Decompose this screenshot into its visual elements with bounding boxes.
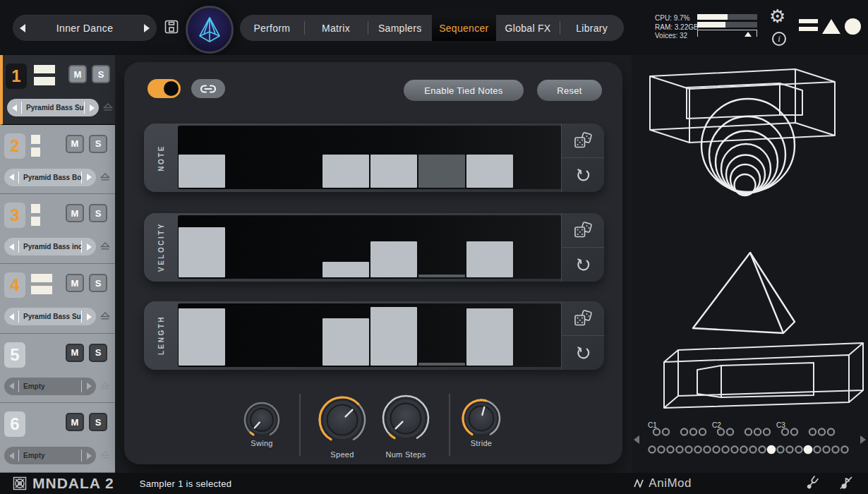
black-key-circle[interactable] bbox=[809, 428, 816, 435]
white-key-circle[interactable] bbox=[704, 446, 710, 452]
white-key-circle[interactable] bbox=[749, 446, 756, 452]
white-key-circle[interactable] bbox=[841, 446, 848, 452]
randomize-button[interactable] bbox=[562, 301, 604, 336]
solo-button[interactable]: S bbox=[89, 274, 107, 292]
tab-library[interactable]: Library bbox=[560, 15, 624, 41]
black-key-circle[interactable] bbox=[754, 428, 761, 435]
slider-marker-icon[interactable] bbox=[745, 32, 752, 37]
step-cell[interactable] bbox=[226, 215, 274, 279]
step-cell[interactable] bbox=[226, 303, 274, 367]
white-key-circle[interactable] bbox=[694, 446, 701, 452]
white-key-circle-active[interactable] bbox=[804, 446, 812, 453]
step-cell[interactable] bbox=[178, 215, 226, 279]
next-sample-button[interactable] bbox=[82, 243, 96, 251]
step-cell[interactable] bbox=[322, 215, 370, 279]
step-cell[interactable] bbox=[466, 215, 514, 279]
step-cell[interactable] bbox=[514, 126, 562, 189]
black-key-circle[interactable] bbox=[690, 428, 697, 435]
step-cell[interactable] bbox=[178, 126, 226, 189]
white-key-circle[interactable] bbox=[649, 446, 655, 452]
prev-preset-button[interactable] bbox=[13, 24, 32, 32]
sampler-row-5[interactable]: 5MSEmpty bbox=[0, 334, 115, 404]
save-button[interactable] bbox=[164, 19, 179, 37]
sampler-row-3[interactable]: 3MSPyramid Bass inc... bbox=[0, 194, 115, 264]
black-key-circle[interactable] bbox=[828, 428, 834, 435]
keyboard-scroll-right-icon[interactable] bbox=[860, 435, 866, 444]
step-cell[interactable] bbox=[178, 303, 226, 367]
eject-icon[interactable] bbox=[100, 312, 110, 320]
step-cell[interactable] bbox=[274, 303, 322, 367]
step-cell[interactable] bbox=[370, 126, 418, 189]
length-steps-grid[interactable] bbox=[178, 303, 562, 367]
eject-icon[interactable] bbox=[100, 451, 110, 459]
sample-selector[interactable]: Pyramid Bass Sue... bbox=[7, 99, 99, 116]
white-key-circle[interactable] bbox=[685, 446, 692, 452]
white-key-circle[interactable] bbox=[731, 446, 737, 452]
black-key-circle[interactable] bbox=[819, 428, 825, 435]
tab-samplers[interactable]: Samplers bbox=[368, 15, 432, 41]
step-cell[interactable] bbox=[274, 126, 322, 189]
solo-button[interactable]: S bbox=[89, 344, 107, 362]
white-key-circle[interactable] bbox=[658, 446, 664, 452]
black-key-circle[interactable] bbox=[663, 428, 669, 435]
preset-selector[interactable]: Inner Dance bbox=[13, 15, 157, 41]
step-cell[interactable] bbox=[322, 303, 370, 367]
step-cell[interactable] bbox=[514, 215, 562, 279]
mute-note-button[interactable] bbox=[838, 475, 854, 493]
tab-sequencer[interactable]: Sequencer bbox=[432, 15, 496, 41]
solo-button[interactable]: S bbox=[92, 65, 110, 83]
solo-button[interactable]: S bbox=[89, 413, 107, 431]
prev-sample-button[interactable] bbox=[4, 243, 18, 251]
black-key-circle[interactable] bbox=[653, 428, 660, 435]
step-cell[interactable] bbox=[466, 126, 514, 189]
next-sample-button[interactable] bbox=[82, 382, 96, 390]
row-reset-button[interactable] bbox=[562, 336, 604, 370]
step-cell[interactable] bbox=[466, 303, 514, 367]
step-cell[interactable] bbox=[418, 303, 466, 367]
sequencer-power-toggle[interactable] bbox=[147, 79, 181, 98]
mute-button[interactable]: M bbox=[68, 65, 87, 83]
solo-button[interactable]: S bbox=[89, 135, 107, 153]
white-key-circle[interactable] bbox=[814, 446, 820, 452]
sampler-row-4[interactable]: 4MSPyramid Bass Sue... bbox=[0, 264, 115, 334]
white-key-circle[interactable] bbox=[777, 446, 783, 452]
mute-button[interactable]: M bbox=[66, 274, 84, 292]
eject-icon[interactable] bbox=[100, 242, 110, 251]
randomize-button[interactable] bbox=[562, 213, 604, 248]
sample-selector[interactable]: Pyramid Bass Bo... bbox=[4, 169, 96, 186]
tab-perform[interactable]: Perform bbox=[240, 15, 304, 41]
next-preset-button[interactable] bbox=[137, 24, 157, 32]
prev-sample-button[interactable] bbox=[4, 174, 18, 181]
link-button[interactable] bbox=[191, 79, 225, 98]
sampler-row-2[interactable]: 2MSPyramid Bass Bo... bbox=[0, 125, 115, 195]
white-key-circle[interactable] bbox=[786, 446, 792, 452]
sampler-row-6[interactable]: 6MSEmpty bbox=[0, 403, 115, 473]
eject-icon[interactable] bbox=[103, 103, 113, 112]
mute-button[interactable]: M bbox=[66, 204, 84, 222]
num-steps-knob[interactable] bbox=[376, 389, 435, 448]
randomize-button[interactable] bbox=[562, 124, 604, 158]
sample-selector[interactable]: Pyramid Bass Sue... bbox=[4, 308, 96, 325]
white-key-circle[interactable] bbox=[713, 446, 719, 452]
white-key-circle[interactable] bbox=[795, 446, 802, 452]
white-key-circle[interactable] bbox=[667, 446, 673, 452]
black-key-circle[interactable] bbox=[727, 428, 733, 435]
white-key-circle[interactable] bbox=[740, 446, 747, 452]
sample-selector[interactable]: Pyramid Bass inc... bbox=[4, 238, 96, 255]
black-key-circle[interactable] bbox=[699, 428, 706, 435]
prev-sample-button[interactable] bbox=[4, 382, 18, 390]
tab-global-fx[interactable]: Global FX bbox=[496, 15, 560, 41]
mntra-logo-button[interactable] bbox=[186, 6, 234, 54]
toggle-knob[interactable] bbox=[164, 81, 179, 96]
black-key-circle[interactable] bbox=[791, 428, 797, 435]
step-cell[interactable] bbox=[418, 126, 466, 189]
solo-button[interactable]: S bbox=[89, 204, 107, 222]
step-cell[interactable] bbox=[322, 126, 370, 189]
white-key-circle[interactable] bbox=[759, 446, 765, 452]
next-sample-button[interactable] bbox=[85, 104, 99, 112]
step-cell[interactable] bbox=[418, 215, 466, 279]
step-cell[interactable] bbox=[274, 215, 322, 279]
step-cell[interactable] bbox=[370, 303, 418, 367]
velocity-steps-grid[interactable] bbox=[178, 215, 562, 279]
mute-button[interactable]: M bbox=[66, 135, 84, 153]
